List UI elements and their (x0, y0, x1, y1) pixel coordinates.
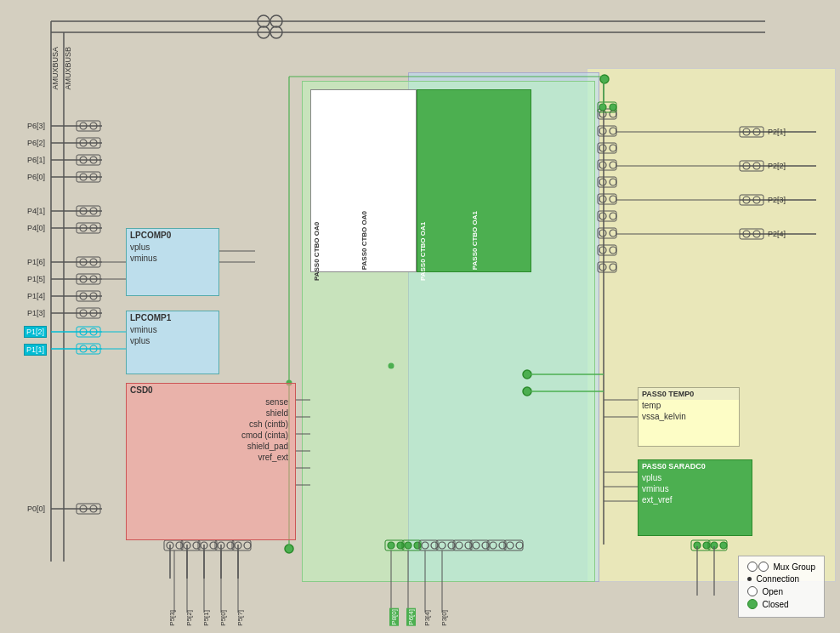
svg-point-126 (201, 542, 207, 549)
left-pin-p12: P1[2] (24, 326, 47, 338)
right-pin-p21: P2[1] (768, 128, 786, 136)
bottom-pin-p64: P6[4] (406, 608, 416, 626)
amuxbusb-label: AMUXBUSB (64, 47, 72, 90)
left-pin-p14: P1[4] (27, 292, 45, 300)
svg-rect-122 (181, 540, 200, 550)
svg-rect-128 (215, 540, 234, 550)
svg-point-5 (270, 15, 282, 27)
csd0-shield: shield (127, 408, 295, 419)
csd0-csh: csh (cintb) (127, 419, 295, 430)
svg-point-22 (80, 123, 87, 129)
svg-rect-125 (198, 540, 217, 550)
left-pin-p60: P6[0] (27, 173, 45, 181)
oa0-label: PASS0 CTBO OA0 (360, 211, 367, 270)
csd0-title: CSD0 (127, 384, 295, 396)
lpcomp1-vplus: vplus (127, 335, 219, 346)
saradc0-extvref: ext_vref (639, 494, 752, 505)
svg-point-123 (184, 542, 190, 549)
csd0-sense: sense (127, 396, 295, 408)
svg-point-56 (90, 345, 97, 352)
diagram-container: AMUXBUSA AMUXBUSB (0, 0, 840, 633)
svg-point-7 (270, 26, 282, 38)
svg-rect-45 (77, 291, 100, 301)
svg-rect-54 (77, 344, 100, 354)
left-pin-p63: P6[3] (27, 122, 45, 130)
svg-point-58 (80, 505, 87, 512)
legend-mux-circ1 (747, 562, 758, 572)
svg-rect-33 (77, 206, 100, 216)
right-pin-p23: P2[3] (768, 196, 786, 204)
svg-point-121 (176, 542, 183, 549)
bottom-pin-p80: P8[0] (389, 608, 399, 626)
legend-mux-circ2 (758, 562, 769, 572)
svg-rect-131 (232, 540, 251, 550)
svg-point-31 (80, 174, 87, 180)
saradc0-block: PASS0 SARADC0 vplus vminus ext_vref (638, 459, 752, 536)
bottom-pin-p30: P3[0] (440, 610, 448, 626)
left-pin-p15: P1[5] (27, 275, 45, 283)
left-pin-p13: P1[3] (27, 309, 45, 317)
svg-point-25 (80, 140, 87, 146)
svg-point-133 (244, 542, 251, 549)
left-pin-p40: P4[0] (27, 224, 45, 232)
oa0-block: PASS0 CTBO OA0 (310, 89, 417, 272)
svg-point-164 (285, 545, 293, 553)
svg-point-50 (90, 310, 97, 316)
bottom-pin-p5x: P5[?] (236, 610, 244, 626)
saradc0-title: PASS0 SARADC0 (639, 460, 752, 472)
left-pin-p41: P4[1] (27, 207, 45, 215)
svg-point-32 (90, 174, 97, 180)
left-pin-p62: P6[2] (27, 139, 45, 147)
temp0-temp: temp (639, 400, 739, 411)
svg-point-127 (210, 542, 217, 549)
saradc0-vplus: vplus (639, 472, 752, 483)
svg-rect-119 (164, 540, 183, 550)
oa1-vertical-label: PASS0 CTBO OA1 (419, 102, 427, 281)
svg-rect-27 (77, 155, 100, 165)
legend-open-label: Open (763, 587, 783, 596)
svg-point-44 (90, 276, 97, 282)
svg-point-35 (90, 208, 97, 214)
legend-box: Mux Group Connection Open Closed (738, 556, 825, 618)
svg-rect-48 (77, 308, 100, 318)
svg-point-37 (80, 225, 87, 231)
svg-rect-57 (77, 504, 100, 514)
svg-point-28 (80, 157, 87, 163)
svg-rect-21 (77, 121, 100, 131)
legend-connection-label: Connection (757, 574, 800, 584)
svg-point-130 (227, 542, 234, 549)
bottom-pin-p52: P5[2] (185, 610, 193, 626)
lpcomp1-vminus: vminus (127, 324, 219, 335)
svg-point-23 (90, 123, 97, 129)
svg-rect-42 (77, 274, 100, 284)
temp0-title: PASS0 TEMP0 (639, 388, 739, 400)
svg-point-49 (80, 310, 87, 316)
legend-connection-icon (747, 577, 752, 581)
bottom-pin-p50: P5[0] (219, 610, 227, 626)
oa1-label: PASS0 CTBO OA1 (470, 211, 478, 270)
legend-closed-icon (747, 599, 758, 609)
left-pin-p61: P6[1] (27, 156, 45, 164)
legend-mux-icon (747, 562, 769, 572)
amuxbusa-label: AMUXBUSA (51, 47, 60, 90)
bottom-pin-p34: P3[4] (423, 610, 431, 626)
svg-point-52 (80, 328, 87, 335)
lpcomp0-block: LPCOMP0 vplus vminus (126, 228, 219, 296)
csd0-vref-ext: vref_ext (127, 452, 295, 463)
svg-point-132 (235, 542, 241, 549)
legend-connection-row: Connection (747, 574, 815, 584)
svg-point-120 (167, 542, 173, 549)
svg-point-43 (80, 276, 87, 282)
svg-point-41 (90, 259, 97, 265)
lpcomp0-title: LPCOMP0 (127, 229, 219, 242)
left-pin-p00: P0[0] (27, 505, 45, 513)
left-pin-p11: P1[1] (24, 344, 47, 356)
legend-closed-label: Closed (763, 600, 789, 609)
temp0-block: PASS0 TEMP0 temp vssa_kelvin (638, 387, 740, 447)
svg-point-6 (258, 26, 270, 38)
svg-point-124 (193, 542, 200, 549)
lpcomp0-vplus: vplus (127, 242, 219, 253)
legend-open-icon (747, 586, 758, 596)
oa1-block: PASS0 CTBO OA1 (417, 89, 531, 272)
svg-point-55 (80, 345, 87, 352)
